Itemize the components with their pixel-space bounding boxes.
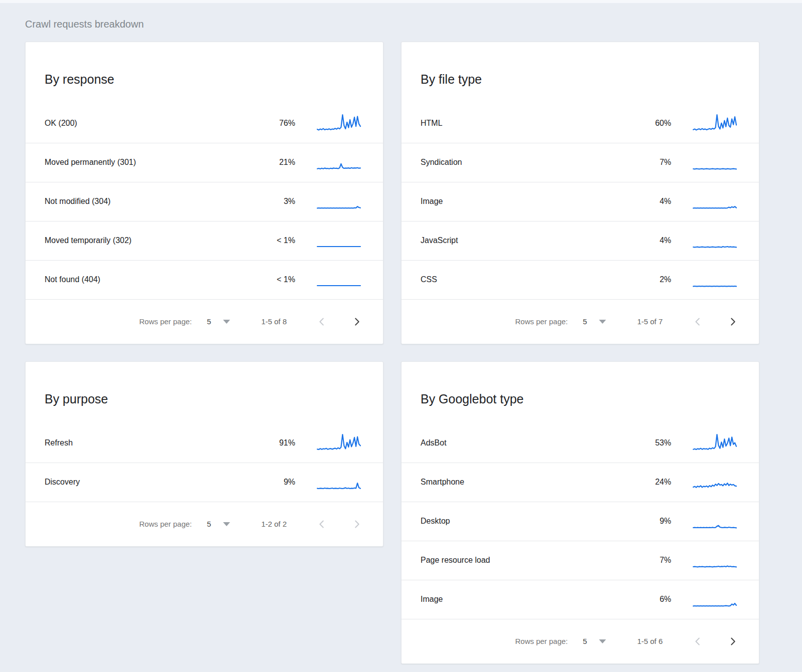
- rows-per-page-select[interactable]: 5: [583, 637, 587, 645]
- row-label: Image: [402, 595, 641, 604]
- card-rows: AdsBot 53% Smartphone 24% Desktop 9% Pag…: [402, 424, 759, 619]
- row-value: < 1%: [265, 236, 295, 245]
- card-by-purpose: By purpose Refresh 91% Discovery 9% Rows…: [25, 361, 383, 547]
- card-title: By response: [26, 53, 383, 87]
- row-label: CSS: [402, 275, 641, 284]
- row-value: 3%: [265, 197, 295, 206]
- table-row[interactable]: Page resource load 7%: [402, 541, 759, 580]
- row-value: 24%: [641, 478, 671, 487]
- row-sparkline: [692, 472, 737, 492]
- row-label: HTML: [402, 119, 641, 128]
- rows-per-page-label: Rows per page:: [515, 637, 568, 645]
- row-sparkline: [692, 113, 737, 133]
- card-rows: Refresh 91% Discovery 9%: [26, 424, 383, 502]
- rows-per-page-label: Rows per page:: [139, 520, 192, 528]
- table-row[interactable]: Moved permanently (301) 21%: [26, 143, 383, 182]
- cards-grid: By response OK (200) 76% Moved permanent…: [0, 42, 802, 664]
- row-sparkline: [692, 589, 737, 609]
- prev-page-button[interactable]: [692, 316, 704, 328]
- row-sparkline: [692, 191, 737, 211]
- rows-per-page-select[interactable]: 5: [207, 317, 211, 326]
- next-page-button[interactable]: [351, 518, 363, 530]
- rows-per-page-label: Rows per page:: [515, 317, 568, 326]
- row-label: Desktop: [402, 517, 641, 526]
- row-sparkline: [316, 433, 361, 453]
- page-range: 1-5 of 6: [637, 637, 663, 645]
- next-page-button[interactable]: [351, 316, 363, 328]
- rows-per-page-select[interactable]: 5: [207, 520, 211, 528]
- row-value: 76%: [265, 119, 295, 128]
- rows-per-page-select[interactable]: 5: [583, 317, 587, 326]
- table-row[interactable]: AdsBot 53%: [402, 424, 759, 463]
- row-label: Syndication: [402, 158, 641, 167]
- row-sparkline: [692, 270, 737, 290]
- pagination-bar: Rows per page: 5 1-2 of 2: [26, 502, 383, 546]
- card-by-file-type: By file type HTML 60% Syndication 7% Ima…: [401, 42, 759, 344]
- row-label: Page resource load: [402, 556, 641, 565]
- row-label: Refresh: [26, 438, 265, 447]
- row-value: 4%: [641, 236, 671, 245]
- dropdown-arrow-icon[interactable]: [223, 522, 230, 526]
- prev-page-button[interactable]: [316, 316, 328, 328]
- next-page-button[interactable]: [727, 635, 739, 647]
- pagination-bar: Rows per page: 5 1-5 of 6: [402, 619, 759, 663]
- row-label: Not modified (304): [26, 197, 265, 206]
- row-sparkline: [316, 152, 361, 172]
- table-row[interactable]: JavaScript 4%: [402, 221, 759, 260]
- table-row[interactable]: HTML 60%: [402, 104, 759, 143]
- card-title: By Googlebot type: [402, 372, 759, 406]
- row-label: Moved temporarily (302): [26, 236, 265, 245]
- row-label: Smartphone: [402, 478, 641, 487]
- row-sparkline: [316, 472, 361, 492]
- row-value: 6%: [641, 595, 671, 604]
- row-sparkline: [692, 550, 737, 570]
- table-row[interactable]: CSS 2%: [402, 260, 759, 299]
- dropdown-arrow-icon[interactable]: [599, 639, 606, 643]
- card-by-response: By response OK (200) 76% Moved permanent…: [25, 42, 383, 344]
- row-sparkline: [316, 270, 361, 290]
- row-sparkline: [692, 433, 737, 453]
- row-value: 7%: [641, 158, 671, 167]
- card-title: By purpose: [26, 372, 383, 406]
- row-value: 4%: [641, 197, 671, 206]
- table-row[interactable]: Not modified (304) 3%: [26, 182, 383, 221]
- row-sparkline: [316, 191, 361, 211]
- table-row[interactable]: Image 4%: [402, 182, 759, 221]
- page-range: 1-2 of 2: [261, 520, 287, 528]
- rows-per-page-label: Rows per page:: [139, 317, 192, 326]
- table-row[interactable]: OK (200) 76%: [26, 104, 383, 143]
- row-sparkline: [692, 152, 737, 172]
- row-value: 2%: [641, 275, 671, 284]
- page-range: 1-5 of 7: [637, 317, 663, 326]
- card-title: By file type: [402, 53, 759, 87]
- table-row[interactable]: Smartphone 24%: [402, 463, 759, 502]
- row-label: Discovery: [26, 478, 265, 487]
- row-value: < 1%: [265, 275, 295, 284]
- row-sparkline: [316, 231, 361, 251]
- row-label: AdsBot: [402, 438, 641, 447]
- row-label: Image: [402, 197, 641, 206]
- row-value: 91%: [265, 438, 295, 447]
- table-row[interactable]: Moved temporarily (302) < 1%: [26, 221, 383, 260]
- table-row[interactable]: Refresh 91%: [26, 424, 383, 463]
- row-value: 53%: [641, 438, 671, 447]
- row-sparkline: [692, 231, 737, 251]
- table-row[interactable]: Not found (404) < 1%: [26, 260, 383, 299]
- prev-page-button[interactable]: [692, 635, 704, 647]
- table-row[interactable]: Desktop 9%: [402, 502, 759, 541]
- pagination-bar: Rows per page: 5 1-5 of 7: [402, 299, 759, 344]
- card-rows: OK (200) 76% Moved permanently (301) 21%…: [26, 104, 383, 299]
- dropdown-arrow-icon[interactable]: [223, 320, 230, 324]
- next-page-button[interactable]: [727, 316, 739, 328]
- row-value: 9%: [265, 478, 295, 487]
- table-row[interactable]: Syndication 7%: [402, 143, 759, 182]
- pagination-bar: Rows per page: 5 1-5 of 8: [26, 299, 383, 344]
- prev-page-button[interactable]: [316, 518, 328, 530]
- card-by-googlebot-type: By Googlebot type AdsBot 53% Smartphone …: [401, 361, 759, 664]
- page-range: 1-5 of 8: [261, 317, 287, 326]
- table-row[interactable]: Image 6%: [402, 580, 759, 619]
- table-row[interactable]: Discovery 9%: [26, 463, 383, 502]
- dropdown-arrow-icon[interactable]: [599, 320, 606, 324]
- row-label: JavaScript: [402, 236, 641, 245]
- row-sparkline: [316, 113, 361, 133]
